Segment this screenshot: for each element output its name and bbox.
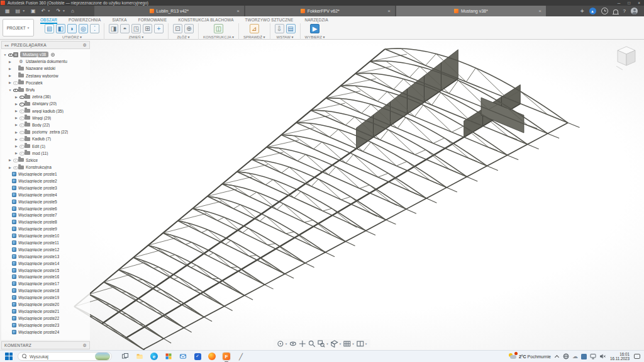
insert-mesh-icon[interactable]: ⇩ — [275, 24, 284, 33]
expand-arrow-icon[interactable]: ▶ — [8, 81, 13, 84]
tree-feature-wyciągnięcie-proste4[interactable]: Wyciągnięcie proste4 — [1, 191, 90, 198]
onedrive-tray-icon[interactable]: ☁ — [572, 353, 578, 359]
tree-feature-wyciągnięcie-proste6[interactable]: Wyciągnięcie proste6 — [1, 205, 90, 212]
browser-gear-icon[interactable]: ⚙ — [82, 43, 87, 48]
expand-arrow-icon[interactable]: ▶ — [14, 95, 19, 99]
pan-icon[interactable] — [299, 340, 306, 348]
activate-component-radio[interactable] — [51, 53, 55, 57]
move-icon[interactable]: + — [154, 24, 164, 33]
expand-arrow-icon[interactable]: ▶ — [8, 166, 13, 169]
visibility-eye-icon[interactable] — [13, 87, 18, 93]
hole-icon[interactable]: ◎ — [79, 24, 88, 33]
firefox-taskbar-icon[interactable] — [208, 352, 216, 361]
select-icon[interactable]: ▶ — [310, 24, 319, 33]
tree-item-zebra-36[interactable]: ▶zebra (36) — [1, 93, 90, 100]
visibility-eye-icon[interactable] — [19, 94, 25, 99]
canvas-image-icon[interactable]: ▤ — [286, 24, 296, 33]
combine-icon[interactable]: ⊞ — [143, 24, 152, 33]
expand-arrow-icon[interactable]: ▶ — [14, 130, 19, 134]
tree-feature-wyciągnięcie-proste7[interactable]: Wyciągnięcie proste7 — [1, 212, 90, 219]
monitor-tray-icon[interactable] — [590, 353, 596, 359]
expand-arrow-icon[interactable]: ▶ — [14, 144, 19, 148]
tree-feature-wyciągnięcie-proste3[interactable]: Wyciągnięcie proste3 — [1, 184, 90, 191]
tree-item-kadłub-7[interactable]: ▶Kadłub (7) — [1, 135, 90, 142]
tree-feature-wyciągnięcie-proste17[interactable]: Wyciągnięcie proste17 — [1, 280, 90, 287]
tree-feature-wyciągnięcie-proste2[interactable]: Wyciągnięcie proste2 — [1, 178, 90, 184]
tree-item-bryły[interactable]: ▼Bryły — [1, 86, 90, 93]
tree-feature-wyciągnięcie-proste12[interactable]: Wyciągnięcie proste12 — [1, 246, 90, 253]
undo-icon[interactable]: ↶ — [42, 6, 46, 16]
tree-feature-wyciągnięcie-proste8[interactable]: Wyciągnięcie proste8 — [1, 218, 90, 225]
tree-feature-wyciągnięcie-proste16[interactable]: Wyciągnięcie proste16 — [1, 274, 90, 281]
version-history-icon[interactable] — [601, 8, 608, 14]
taskbar-clock[interactable]: 16:01 16.11.2023 — [610, 352, 630, 361]
expand-arrow-icon[interactable]: ▶ — [8, 158, 13, 162]
expand-arrow-icon[interactable]: ▶ — [14, 137, 19, 141]
todo-taskbar-icon[interactable]: ✓ — [193, 352, 202, 361]
tab-mustang-v38[interactable]: Mustang v38*× — [396, 6, 546, 16]
tree-root-mustang-v38[interactable]: ▼Mustang v38 — [1, 51, 90, 58]
tree-feature-wyciągnięcie-proste13[interactable]: Wyciągnięcie proste13 — [1, 253, 90, 260]
zoom-window-icon[interactable]: ▼ — [318, 340, 328, 348]
tree-feature-wyciągnięcie-proste21[interactable]: Wyciągnięcie proste21 — [1, 308, 90, 315]
tree-feature-wyciągnięcie-proste10[interactable]: Wyciągnięcie proste10 — [1, 232, 90, 239]
orbit-icon[interactable]: ▼ — [277, 340, 287, 348]
group-label-konstrukcja[interactable]: KONSTRUKCJA ▾ — [203, 35, 234, 39]
search-daily-image[interactable] — [95, 353, 110, 360]
maximize-button[interactable]: □ — [628, 0, 630, 6]
tree-feature-wyciągnięcie-proste20[interactable]: Wyciągnięcie proste20 — [1, 301, 90, 308]
new-component-icon[interactable]: ⊡ — [173, 24, 182, 33]
shell-icon[interactable]: ◳ — [131, 24, 141, 33]
close-tab-icon[interactable]: × — [387, 8, 391, 14]
collapse-browser-icon[interactable]: ◂◂ — [4, 43, 9, 47]
user-avatar[interactable] — [631, 8, 638, 14]
weather-widget[interactable]: 2°C Pochmurnie — [509, 353, 551, 360]
speaker-tray-icon[interactable] — [599, 353, 606, 359]
expand-arrow-icon[interactable]: ▶ — [8, 67, 13, 71]
group-label-wybierz[interactable]: WYBIERZ ▾ — [305, 35, 325, 39]
tree-item-body-22[interactable]: ▶Body (22) — [1, 122, 90, 128]
tree-feature-wyciągnięcie-proste15[interactable]: Wyciągnięcie proste15 — [1, 267, 90, 274]
measure-icon[interactable]: ⊿ — [250, 24, 259, 33]
close-tab-icon[interactable]: × — [236, 8, 240, 14]
tree-feature-wyciągnięcie-proste24[interactable]: Wyciągnięcie proste24 — [1, 329, 90, 336]
expand-arrow-icon[interactable]: ▶ — [14, 102, 19, 106]
close-tab-icon[interactable]: × — [538, 8, 541, 14]
tree-item-konstrukcyjna[interactable]: ▶Konstrukcyjna — [1, 164, 90, 171]
tree-feature-wyciągnięcie-proste9[interactable]: Wyciągnięcie proste9 — [1, 225, 90, 232]
tree-item-zestawy-wyborów[interactable]: ▶Zestawy wyborów — [1, 72, 90, 79]
tree-feature-wyciągnięcie-proste14[interactable]: Wyciągnięcie proste14 — [1, 260, 90, 267]
visibility-eye-icon[interactable] — [19, 136, 25, 142]
revolve-icon[interactable]: ◗ — [67, 24, 77, 33]
pattern-icon[interactable]: ⁚ — [90, 24, 99, 33]
expand-arrow-icon[interactable]: ▼ — [3, 53, 8, 57]
tree-feature-wyciągnięcie-proste11[interactable]: Wyciągnięcie proste11 — [1, 239, 90, 246]
viewport-canvas[interactable]: ◂◂ PRZEGLĄDARKA ⚙ ▼Mustang v38▶⚙Ustawien… — [0, 40, 644, 350]
file-menu-icon[interactable]: ▤ — [16, 6, 21, 16]
tree-item-wręgi-29[interactable]: ▶Wręgi (29) — [1, 115, 90, 122]
grid-display-icon[interactable]: ▼ — [343, 340, 354, 348]
edge-taskbar-icon[interactable]: e — [150, 352, 158, 361]
group-label-sprawdź[interactable]: SPRAWDŹ ▾ — [243, 35, 265, 39]
expand-arrow-icon[interactable]: ▶ — [8, 74, 13, 77]
tree-item-ustawienia-dokumentu[interactable]: ▶⚙Ustawienia dokumentu — [1, 58, 90, 65]
tree-item-edit-1[interactable]: ▶Edit (1) — [1, 142, 90, 149]
tree-item-szkice[interactable]: ▶Szkice — [1, 157, 90, 164]
construct-plane-icon[interactable]: ◫ — [214, 24, 223, 33]
job-status-icon[interactable]: ▲ — [589, 8, 596, 14]
tree-item-nazwane-widoki[interactable]: ▶Nazwane widoki — [1, 65, 90, 72]
viewports-icon[interactable]: ▼ — [357, 340, 367, 348]
visibility-eye-icon[interactable] — [13, 157, 18, 163]
home-icon[interactable]: ⌂ — [71, 6, 74, 16]
tree-feature-wyciągnięcie-proste1[interactable]: Wyciągnięcie proste1 — [1, 171, 90, 178]
press-pull-icon[interactable]: ◨ — [109, 24, 118, 33]
visibility-eye-icon[interactable] — [19, 115, 25, 121]
visibility-eye-icon[interactable] — [8, 52, 13, 57]
file-explorer-taskbar-icon[interactable] — [135, 352, 144, 361]
app-grid-icon[interactable]: ▦ — [5, 6, 10, 16]
start-button[interactable] — [5, 353, 13, 361]
widget-tray-icon[interactable] — [581, 354, 587, 359]
visibility-eye-icon[interactable] — [19, 150, 25, 156]
fusion-360-taskbar-icon[interactable]: F — [222, 352, 231, 361]
tree-item-początek[interactable]: ▶Początek — [1, 79, 90, 86]
